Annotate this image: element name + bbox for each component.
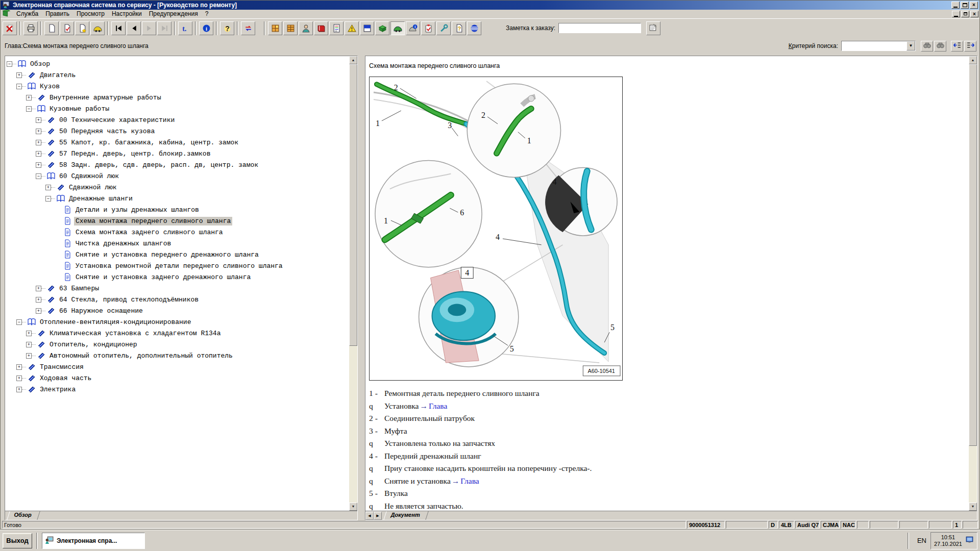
tree-item[interactable]: +Отопитель, кондиционер — [7, 339, 349, 350]
tree-item-label[interactable]: Внутренние арматурные работы — [48, 93, 162, 102]
search-criteria-combobox[interactable]: ▼ — [841, 41, 916, 51]
exit-button[interactable]: Выход — [3, 533, 32, 548]
expand-icon[interactable]: + — [45, 185, 51, 190]
mdi-restore-button[interactable] — [961, 11, 969, 17]
tree-item[interactable]: −Кузовные работы — [7, 103, 349, 114]
car-active-button[interactable] — [390, 21, 405, 35]
document-scrollbar[interactable]: ▲ ▼ — [969, 56, 977, 511]
order-note-button[interactable] — [646, 21, 660, 35]
tree-item[interactable]: Установка ремонтной детали переднего сли… — [7, 260, 349, 271]
nav-first-button[interactable] — [111, 21, 126, 35]
flag-button[interactable] — [360, 21, 374, 35]
tree-item[interactable]: +Климатическая установка с хладагентом R… — [7, 328, 349, 339]
history-button[interactable]: t. — [178, 21, 192, 35]
expand-icon[interactable]: + — [16, 387, 22, 392]
tab-overview[interactable]: Обзор — [7, 511, 40, 520]
menu-item-3[interactable]: Просмотр — [73, 10, 108, 18]
red-book-button[interactable] — [314, 21, 328, 35]
tree-item[interactable]: −60 Сдвижной люк — [7, 170, 349, 182]
expand-icon[interactable]: + — [36, 151, 41, 157]
collapse-icon[interactable]: − — [26, 106, 32, 112]
tree-item-label[interactable]: Обзор — [29, 60, 52, 68]
expand-icon[interactable]: + — [36, 140, 41, 145]
tab-scroll-left-button[interactable]: ◀ — [365, 512, 374, 520]
collapse-icon[interactable]: − — [45, 196, 51, 202]
info-button[interactable]: i — [199, 21, 213, 35]
tree-item[interactable]: +Внутренние арматурные работы — [7, 92, 349, 103]
expand-icon[interactable]: + — [16, 364, 22, 370]
scroll-up-button[interactable]: ▲ — [349, 56, 357, 64]
tree-item-label[interactable]: Чистка дренажных шлангов — [74, 239, 173, 248]
tree-item[interactable]: Чистка дренажных шлангов — [7, 238, 349, 249]
tree-item-label[interactable]: 60 Сдвижной люк — [58, 172, 120, 181]
jump-back-button[interactable] — [951, 41, 963, 52]
tree-item[interactable]: +Двигатель — [7, 69, 349, 81]
collapse-icon[interactable]: − — [36, 173, 41, 179]
print-button[interactable] — [23, 21, 38, 35]
tree-item[interactable]: Схема монтажа переднего сливного шланга — [7, 215, 349, 227]
tree-item-label[interactable]: Установка ремонтной детали переднего сли… — [74, 262, 284, 270]
menu-item-6[interactable]: ? — [202, 10, 212, 18]
search-up-button[interactable] — [921, 41, 933, 52]
expand-icon[interactable]: + — [16, 375, 22, 381]
tree-item[interactable]: Схема монтажа заднего сливного шланга — [7, 227, 349, 238]
tree-item-label[interactable]: 64 Стекла, привод стеклоподъёмников — [58, 295, 200, 304]
page-new-button[interactable] — [75, 21, 89, 35]
panel-splitter[interactable] — [358, 56, 365, 520]
tree-item[interactable]: Снятие и установка переднего дренажного … — [7, 249, 349, 260]
page-edit-button[interactable] — [60, 21, 74, 35]
checklist-button[interactable] — [421, 21, 435, 35]
exit-button[interactable] — [3, 21, 17, 35]
order-note-input[interactable] — [558, 23, 641, 33]
nav-next-button[interactable] — [142, 21, 156, 35]
combo-dropdown-button[interactable]: ▼ — [906, 41, 915, 51]
tree-item-label[interactable]: 55 Капот, кр. багажника, кабина, центр. … — [58, 138, 240, 147]
tree-item-label[interactable]: Трансмиссия — [38, 363, 85, 371]
tree-scrollbar[interactable]: ▲ ▼ — [349, 56, 357, 511]
tree-item[interactable]: +Автономный отопитель, дополнительный от… — [7, 350, 349, 361]
menu-item-2[interactable]: Править — [42, 10, 73, 18]
tools-button[interactable] — [436, 21, 451, 35]
tree-item-label[interactable]: Ходовая часть — [38, 374, 93, 383]
warning-button[interactable] — [345, 21, 359, 35]
car-info-button[interactable]: i — [406, 21, 420, 35]
tree-item-label[interactable]: Климатическая установка с хладагентом R1… — [48, 329, 222, 338]
catalog2-button[interactable] — [283, 21, 298, 35]
tree-item-label[interactable]: Кузовные работы — [48, 105, 111, 113]
tree-item-label[interactable]: 66 Наружное оснащение — [58, 307, 144, 315]
scroll-down-button[interactable]: ▼ — [969, 503, 977, 511]
tree-item[interactable]: +Трансмиссия — [7, 361, 349, 372]
tree-item[interactable]: +57 Передн. дверь, центр. блокир.замков — [7, 148, 349, 159]
task-button[interactable]: Электронная спра... — [42, 533, 145, 549]
chapter-link[interactable]: Глава — [460, 477, 479, 486]
page-button[interactable] — [44, 21, 59, 35]
tree-item-label[interactable]: Отопление-вентиляция-кондиционирование — [38, 318, 192, 327]
scroll-up-button[interactable]: ▲ — [969, 56, 977, 64]
tree-item[interactable]: +55 Капот, кр. багажника, кабина, центр.… — [7, 137, 349, 148]
menu-item-5[interactable]: Предупреждения — [145, 10, 202, 18]
tree-item-label[interactable]: Кузов — [38, 82, 61, 91]
tree-item[interactable]: −Кузов — [7, 81, 349, 92]
tree-item[interactable]: +Ходовая часть — [7, 372, 349, 384]
globe-button[interactable] — [467, 21, 481, 35]
tree-item-label[interactable]: 00 Технические характеристики — [58, 116, 176, 124]
language-indicator[interactable]: EN — [913, 537, 930, 544]
expand-icon[interactable]: + — [36, 129, 41, 134]
tab-scroll-right-button[interactable]: ▶ — [374, 512, 382, 520]
expand-icon[interactable]: + — [26, 353, 32, 359]
tree-item[interactable]: Снятие и установка заднего дренажного шл… — [7, 271, 349, 283]
customer-button[interactable] — [299, 21, 313, 35]
expand-icon[interactable]: + — [36, 162, 41, 168]
tab-document[interactable]: Документ — [383, 511, 429, 520]
doc-list-button[interactable] — [329, 21, 344, 35]
tree-item-label[interactable]: Снятие и установка переднего дренажного … — [74, 251, 260, 259]
minimize-button[interactable] — [951, 2, 960, 9]
collapse-icon[interactable]: − — [16, 84, 22, 89]
tree-item-label[interactable]: 50 Передняя часть кузова — [58, 127, 156, 136]
tree-item-label[interactable]: Сдвижной люк — [67, 183, 118, 192]
tree-item-label[interactable]: Автономный отопитель, дополнительный ото… — [48, 352, 234, 360]
tree-item[interactable]: −Обзор — [7, 58, 349, 69]
expand-icon[interactable]: + — [26, 342, 32, 347]
tree-item-label[interactable]: Снятие и установка заднего дренажного шл… — [74, 273, 252, 282]
tree-item-label[interactable]: Отопитель, кондиционер — [48, 340, 139, 349]
